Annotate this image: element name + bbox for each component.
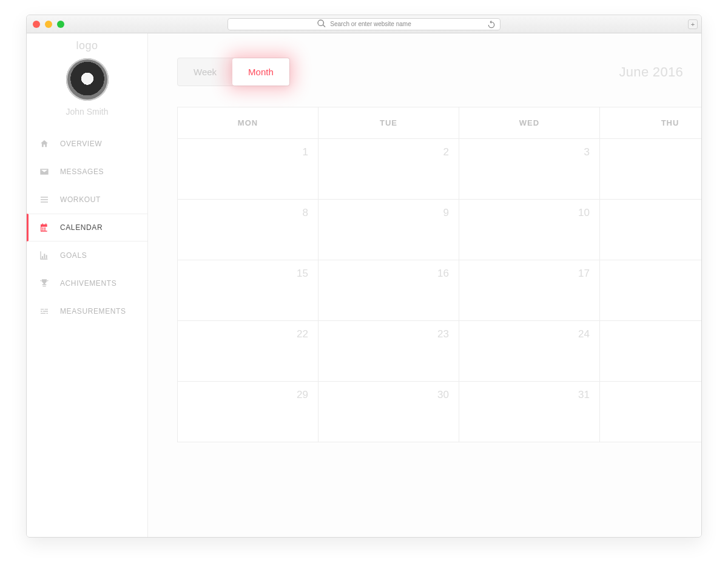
date-number: 15 xyxy=(297,268,308,280)
trophy-icon xyxy=(39,279,49,288)
calendar-cell[interactable]: 23 xyxy=(318,321,459,382)
sidebar-item-workout[interactable]: WORKOUT xyxy=(27,186,147,214)
avatar xyxy=(66,58,109,101)
calendar-cell[interactable] xyxy=(600,200,701,260)
browser-window: Search or enter website name + logo John… xyxy=(26,15,702,538)
calendar-cell[interactable]: 29 xyxy=(178,382,318,442)
day-header: TUE xyxy=(318,107,459,139)
main: Week Month June 2016 MON TUE WED THU 1 2… xyxy=(148,33,701,537)
sidebar-item-label: MEASUREMENTS xyxy=(60,307,126,316)
list-icon xyxy=(39,195,49,204)
date-number: 22 xyxy=(297,328,308,340)
date-number: 10 xyxy=(578,207,590,219)
date-number: 29 xyxy=(297,389,308,401)
chart-icon xyxy=(39,251,49,260)
new-tab-button[interactable]: + xyxy=(688,19,698,29)
sliders-icon xyxy=(39,306,49,316)
day-header: THU xyxy=(600,107,701,139)
date-number: 30 xyxy=(437,389,449,401)
date-number: 31 xyxy=(578,389,590,401)
home-icon xyxy=(39,139,49,149)
sidebar-item-label: MESSAGES xyxy=(60,167,104,176)
calendar-header: MON TUE WED THU xyxy=(178,107,701,139)
titlebar: Search or enter website name + xyxy=(27,15,701,33)
calendar-cell[interactable] xyxy=(600,321,701,382)
date-number: 8 xyxy=(303,207,308,219)
calendar-cell[interactable]: 1 xyxy=(178,139,318,200)
calendar-cell[interactable]: 2 xyxy=(318,139,459,200)
maximize-window-button[interactable] xyxy=(57,21,64,28)
calendar-cell[interactable]: 15 xyxy=(178,260,318,321)
app: logo John Smith OVERVIEW MESSAGES WORKOU… xyxy=(27,33,701,537)
topbar: Week Month June 2016 xyxy=(177,58,701,86)
calendar-cell[interactable]: 3 xyxy=(459,139,600,200)
nav: OVERVIEW MESSAGES WORKOUT CALENDAR GOALS xyxy=(27,130,147,325)
profile[interactable]: John Smith xyxy=(27,58,147,126)
sidebar-item-achivements[interactable]: ACHIVEMENTS xyxy=(27,269,147,297)
calendar-cell[interactable]: 16 xyxy=(318,260,459,321)
sidebar-item-goals[interactable]: GOALS xyxy=(27,241,147,269)
calendar-cell[interactable]: 24 xyxy=(459,321,600,382)
calendar-icon xyxy=(39,223,49,232)
sidebar-item-label: OVERVIEW xyxy=(60,140,102,148)
sidebar-item-messages[interactable]: MESSAGES xyxy=(27,158,147,186)
sidebar-item-label: CALENDAR xyxy=(60,223,103,232)
calendar-cell[interactable]: 17 xyxy=(459,260,600,321)
date-number: 1 xyxy=(303,146,308,158)
sidebar-item-label: GOALS xyxy=(60,251,87,260)
calendar-body: 1 2 3 8 9 10 15 16 17 22 23 24 2 xyxy=(178,139,701,442)
date-number: 16 xyxy=(437,268,449,280)
date-number: 24 xyxy=(578,328,590,340)
sidebar-item-label: ACHIVEMENTS xyxy=(60,279,116,288)
view-tabs: Week Month xyxy=(177,58,290,86)
date-number: 3 xyxy=(584,146,590,158)
period-title: June 2016 xyxy=(619,64,683,80)
calendar: MON TUE WED THU 1 2 3 8 9 10 15 16 17 xyxy=(177,107,701,442)
sidebar-item-calendar[interactable]: CALENDAR xyxy=(27,214,147,241)
calendar-cell[interactable]: 10 xyxy=(459,200,600,260)
minimize-window-button[interactable] xyxy=(45,21,52,28)
date-number: 2 xyxy=(443,146,449,158)
sidebar-item-overview[interactable]: OVERVIEW xyxy=(27,130,147,158)
address-placeholder: Search or enter website name xyxy=(330,21,411,27)
calendar-cell[interactable]: 22 xyxy=(178,321,318,382)
sidebar: logo John Smith OVERVIEW MESSAGES WORKOU… xyxy=(27,33,148,537)
day-header: WED xyxy=(459,107,600,139)
calendar-cell[interactable] xyxy=(600,260,701,321)
logo: logo xyxy=(27,38,147,58)
username: John Smith xyxy=(66,107,108,116)
tab-week[interactable]: Week xyxy=(178,58,232,86)
window-controls xyxy=(33,21,64,28)
calendar-cell[interactable]: 9 xyxy=(318,200,459,260)
calendar-cell[interactable]: 8 xyxy=(178,200,318,260)
reload-icon[interactable] xyxy=(487,20,496,31)
day-header: MON xyxy=(178,107,318,139)
date-number: 9 xyxy=(443,207,449,219)
search-icon xyxy=(317,19,326,30)
calendar-cell[interactable] xyxy=(600,382,701,442)
close-window-button[interactable] xyxy=(33,21,40,28)
sidebar-item-measurements[interactable]: MEASUREMENTS xyxy=(27,297,147,325)
calendar-cell[interactable]: 30 xyxy=(318,382,459,442)
mail-icon xyxy=(39,167,49,177)
address-bar[interactable]: Search or enter website name xyxy=(228,18,500,30)
calendar-cell[interactable] xyxy=(600,139,701,200)
tab-month[interactable]: Month xyxy=(232,58,289,86)
date-number: 17 xyxy=(578,268,590,280)
date-number: 23 xyxy=(437,328,449,340)
sidebar-item-label: WORKOUT xyxy=(60,195,101,204)
calendar-cell[interactable]: 31 xyxy=(459,382,600,442)
